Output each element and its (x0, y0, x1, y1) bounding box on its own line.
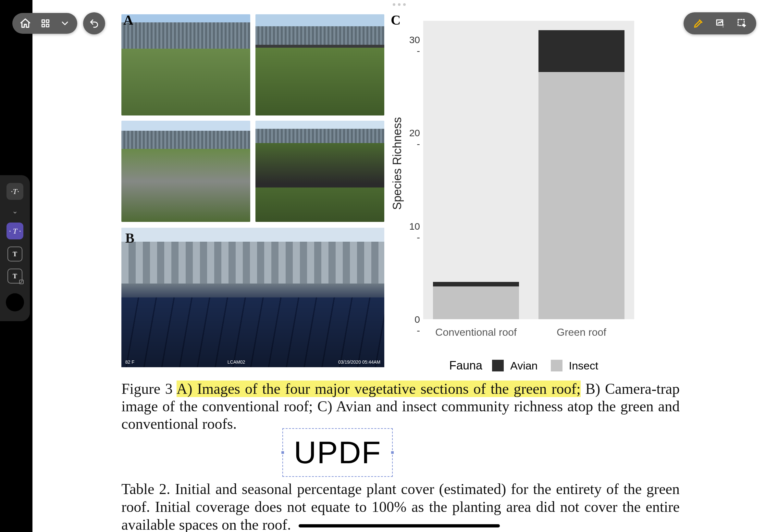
document-viewport[interactable]: A B 82 F LCAM02 03/19/2020 05:44AM (32, 0, 766, 532)
panel-a-label: A (123, 12, 133, 28)
xcat-label: Conventional roof (428, 326, 525, 338)
nav-dropdown-button[interactable] (60, 18, 70, 29)
xcat-label: Green roof (533, 326, 630, 338)
text-annotation-value[interactable]: UPDF (294, 435, 381, 470)
figure-caption: Figure 3 A) Images of the four major veg… (121, 380, 680, 432)
legend-label-insect: Insect (569, 359, 599, 372)
legend-title: Fauna (449, 359, 482, 372)
text-annotation-box[interactable]: UPDF (282, 428, 393, 477)
legend-swatch-avian (492, 360, 504, 371)
bar-seg-insect (539, 72, 625, 319)
resize-handle-left[interactable] (281, 451, 285, 454)
chart-panel-c: C Species Richness 0 -10 -20 -30 - Conve… (391, 14, 634, 374)
sidebar-text-tool-active[interactable]: · T · (6, 223, 23, 239)
undo-button[interactable] (89, 18, 99, 29)
sidebar-color-swatch[interactable] (6, 293, 24, 311)
photo-a2 (255, 14, 384, 115)
image-text-button[interactable]: T (715, 18, 726, 29)
trap-cam-id: LCAM02 (227, 359, 245, 365)
legend-label-avian: Avian (510, 359, 538, 372)
bar-0 (433, 282, 519, 319)
ytick-label: 20 - (409, 127, 420, 150)
svg-text:T: T (722, 24, 724, 29)
sidebar-text-style-1[interactable]: T (7, 247, 22, 261)
thumbnails-button[interactable] (40, 18, 51, 29)
undo-pill (83, 12, 105, 34)
selection-tool-button[interactable] (737, 18, 747, 29)
page-drag-handle[interactable] (393, 3, 406, 6)
panel-b-label: B (125, 230, 134, 246)
ytick-label: 10 - (409, 221, 420, 243)
photo-b: B 82 F LCAM02 03/19/2020 05:44AM (121, 228, 384, 367)
svg-rect-0 (42, 20, 44, 22)
home-indicator[interactable] (298, 524, 500, 527)
bar-seg-avian (539, 30, 625, 72)
figure-photos: A B 82 F LCAM02 03/19/2020 05:44AM (121, 14, 384, 374)
ytick-label: 0 - (409, 314, 420, 336)
left-sidebar: ·T· ⌄ · T · T T (0, 175, 30, 321)
panel-c-label: C (391, 12, 401, 28)
sidebar-text-tool[interactable]: ·T· (6, 183, 23, 200)
chart-legend: Fauna Avian Insect (449, 359, 598, 372)
highlighter-button[interactable] (693, 18, 704, 29)
svg-rect-1 (46, 20, 49, 22)
top-right-toolbar: T (684, 12, 756, 34)
svg-rect-3 (46, 24, 49, 27)
bar-seg-avian (433, 282, 519, 286)
figure-3: A B 82 F LCAM02 03/19/2020 05:44AM (121, 14, 634, 374)
sidebar-text-style-2[interactable]: T (7, 269, 22, 284)
top-left-toolbar (12, 12, 105, 34)
sidebar-expand[interactable]: ⌄ (12, 207, 18, 215)
caption-prefix: Figure 3 (121, 381, 176, 397)
page: A B 82 F LCAM02 03/19/2020 05:44AM (32, 0, 766, 532)
home-button[interactable] (19, 18, 31, 29)
photo-a4 (255, 121, 384, 222)
trap-temp: 82 F (125, 359, 134, 365)
ytick-label: 30 - (409, 34, 420, 56)
bar-1 (539, 30, 625, 319)
legend-swatch-insect (551, 360, 563, 371)
photo-a3 (121, 121, 250, 222)
resize-handle-right[interactable] (391, 451, 395, 454)
bar-seg-insect (433, 286, 519, 319)
svg-rect-2 (42, 24, 44, 27)
trap-timestamp: 03/19/2020 05:44AM (338, 359, 380, 365)
chart-ylabel: Species Richness (391, 117, 404, 210)
nav-pill (12, 13, 77, 34)
photo-a1 (121, 14, 250, 115)
caption-highlight[interactable]: A) Images of the four major vegetative s… (176, 381, 581, 397)
